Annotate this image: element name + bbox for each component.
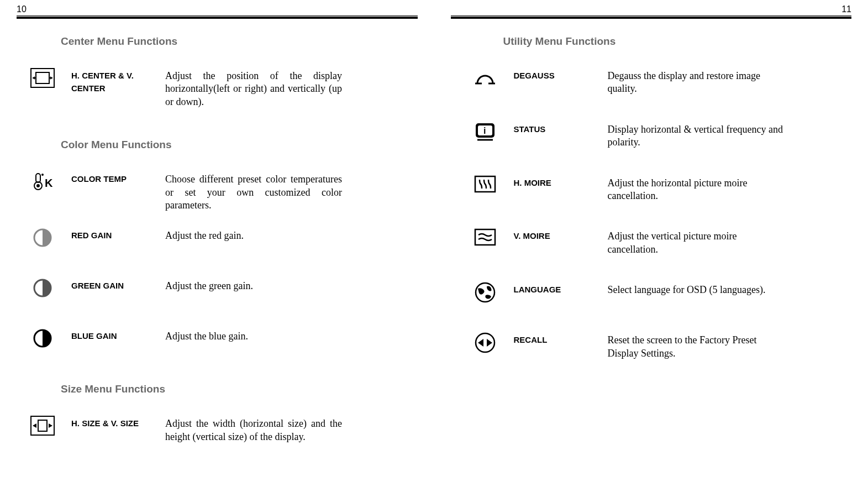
degauss-icon (473, 68, 497, 92)
green-gain-icon (30, 278, 55, 302)
desc-language: Select language for OSD (5 languages). (608, 284, 766, 296)
desc-vmoire: Adjust the vertical picture moire cancel… (608, 230, 785, 256)
label-hmoire: H. MOIRE (514, 177, 591, 190)
label-color-temp: COLOR TEMP (71, 173, 149, 186)
desc-status: Display horizontal & vertical frequency … (608, 123, 785, 149)
item-status: i STATUS Display horizontal & vertical f… (503, 123, 852, 149)
desc-hmoire: Adjust the horizontal picture moire canc… (608, 177, 785, 203)
svg-text:K: K (45, 177, 53, 189)
label-hv-center: H. CENTER & V. CENTER (71, 70, 149, 95)
desc-green-gain: Adjust the green gain. (165, 280, 253, 292)
item-blue-gain: BLUE GAIN Adjust the blue gain. (61, 330, 418, 353)
svg-marker-17 (49, 423, 52, 428)
desc-blue-gain: Adjust the blue gain. (165, 330, 248, 343)
desc-hv-size: Adjust the width (horizontal size) and t… (165, 417, 342, 443)
label-green-gain: GREEN GAIN (71, 280, 149, 292)
section-heading-center: Center Menu Functions (61, 35, 418, 48)
page-right: 11 Utility Menu Functions DEGAUSS Degaus… (434, 0, 869, 492)
item-hv-size: H. SIZE & V. SIZE Adjust the width (hori… (61, 417, 418, 443)
svg-point-8 (36, 184, 40, 187)
section-heading-color: Color Menu Functions (61, 139, 418, 151)
svg-marker-28 (478, 339, 483, 347)
blue-gain-icon (30, 328, 55, 353)
item-language: LANGUAGE Select language for OSD (5 lang… (503, 284, 852, 306)
item-recall: RECALL Reset the screen to the Factory P… (503, 334, 852, 360)
label-degauss: DEGAUSS (514, 70, 591, 82)
label-vmoire: V. MOIRE (514, 230, 591, 243)
item-hv-center: H. CENTER & V. CENTER Adjust the positio… (61, 70, 418, 108)
item-vmoire: V. MOIRE Adjust the vertical picture moi… (503, 230, 852, 256)
item-color-temp: K COLOR TEMP Choose different preset col… (61, 173, 418, 212)
hv-size-icon (30, 416, 55, 440)
status-icon: i (473, 122, 497, 146)
svg-marker-16 (33, 423, 36, 428)
left-content: Center Menu Functions H. CENTER & V. CEN… (17, 19, 418, 443)
svg-rect-25 (475, 229, 495, 245)
label-status: STATUS (514, 123, 591, 136)
hv-center-icon (30, 68, 55, 92)
label-recall: RECALL (514, 334, 591, 347)
page-number-left: 10 (17, 4, 418, 14)
desc-hv-center: Adjust the position of the display horiz… (165, 70, 342, 108)
svg-rect-6 (36, 174, 40, 182)
desc-color-temp: Choose different preset color temperatur… (165, 173, 342, 212)
svg-point-9 (41, 174, 44, 176)
vmoire-icon (473, 228, 497, 253)
page-left: 10 Center Menu Functions H. CENTER & V. … (0, 0, 434, 492)
language-icon (473, 282, 497, 306)
recall-icon (473, 332, 497, 357)
item-red-gain: RED GAIN Adjust the red gain. (61, 229, 418, 252)
svg-marker-29 (487, 339, 492, 347)
red-gain-icon (30, 228, 55, 252)
svg-rect-1 (36, 72, 49, 83)
desc-recall: Reset the screen to the Factory Preset D… (608, 334, 785, 360)
svg-marker-5 (50, 76, 52, 80)
label-hv-size: H. SIZE & V. SIZE (71, 417, 149, 430)
desc-degauss: Degauss the display and restore image qu… (608, 70, 785, 96)
svg-marker-3 (33, 76, 35, 80)
desc-red-gain: Adjust the red gain. (165, 229, 244, 242)
section-heading-utility: Utility Menu Functions (503, 35, 852, 48)
svg-text:i: i (483, 126, 486, 135)
item-hmoire: H. MOIRE Adjust the horizontal picture m… (503, 177, 852, 203)
hmoire-icon (473, 175, 497, 200)
svg-rect-15 (38, 420, 47, 431)
right-content: Utility Menu Functions DEGAUSS Degauss t… (451, 19, 852, 360)
label-blue-gain: BLUE GAIN (71, 330, 149, 343)
label-red-gain: RED GAIN (71, 229, 149, 242)
page-number-right: 11 (451, 4, 852, 14)
item-degauss: DEGAUSS Degauss the display and restore … (503, 70, 852, 96)
section-heading-size: Size Menu Functions (61, 383, 418, 395)
item-green-gain: GREEN GAIN Adjust the green gain. (61, 280, 418, 302)
color-temp-icon: K (30, 171, 55, 196)
label-language: LANGUAGE (514, 284, 591, 296)
svg-point-26 (476, 283, 495, 302)
